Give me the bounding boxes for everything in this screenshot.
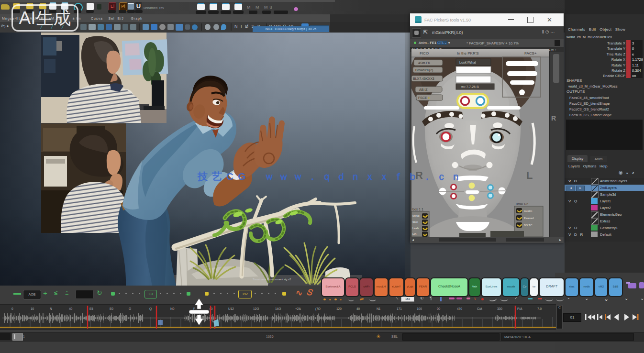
svg-text:40: 40	[69, 307, 73, 310]
svg-text:0: 0	[11, 307, 13, 310]
svg-text:L: L	[526, 169, 533, 181]
svg-text:Metal: Metal	[412, 214, 420, 217]
svg-text:Skin: Skin	[412, 221, 418, 223]
svg-text:FICO: FICO	[420, 51, 429, 55]
svg-text:BS TC: BS TC	[524, 224, 533, 227]
svg-text:330: 330	[497, 307, 502, 310]
svg-text:Look'/What: Look'/What	[459, 61, 476, 64]
svg-text:470: 470	[457, 307, 462, 310]
svg-text:Brow 1/2: Brow 1/2	[516, 202, 528, 206]
svg-text:100: 100	[417, 307, 422, 310]
svg-text:40: 40	[356, 307, 360, 310]
svg-text:10: 10	[31, 307, 34, 310]
svg-text:N0: N0	[170, 307, 175, 310]
svg-text:FACS+: FACS+	[524, 51, 537, 55]
svg-text:AB IZ: AB IZ	[419, 88, 428, 91]
svg-text:P/A: P/A	[517, 307, 522, 310]
svg-text:00: 00	[437, 307, 441, 310]
svg-text:E0: E0	[110, 307, 113, 310]
svg-text:E5: E5	[89, 307, 93, 310]
svg-text:Q: Q	[149, 307, 152, 311]
svg-text:FSCE k: FSCE k	[418, 96, 430, 99]
svg-text:Fwsssd: Fwsssd	[524, 217, 533, 220]
svg-text:Lth: Lth	[412, 232, 416, 235]
svg-text:U12: U12	[228, 307, 234, 310]
svg-text:O: O	[129, 307, 131, 310]
svg-text:box 1 1: box 1 1	[412, 208, 423, 211]
svg-text:Custm: Custm	[524, 210, 532, 212]
svg-text:w.r.7.7.25 B: w.r.7.7.25 B	[461, 85, 479, 88]
svg-text:+2A: +2A	[295, 307, 301, 310]
svg-text:120: 120	[336, 307, 342, 310]
svg-text:C/A: C/A	[477, 307, 483, 310]
svg-text:Lash: Lash	[412, 227, 419, 230]
svg-text:7.0: 7.0	[537, 307, 542, 310]
svg-text:(7O: (7O	[315, 307, 321, 311]
svg-text:14O: 14O	[275, 307, 281, 310]
svg-text:BrowsYK(2): BrowsYK(2)	[415, 68, 433, 72]
svg-text:In the PKR'S: In the PKR'S	[457, 51, 479, 55]
svg-text:BLX7.45KXX3: BLX7.45KXX3	[413, 77, 434, 80]
svg-text:12O: 12O	[253, 307, 259, 310]
svg-text:N: N	[50, 307, 52, 310]
svg-text:171: 171	[397, 307, 402, 310]
svg-text:4Sm.FK: 4Sm.FK	[418, 61, 431, 65]
svg-text:N1: N1	[377, 307, 381, 310]
